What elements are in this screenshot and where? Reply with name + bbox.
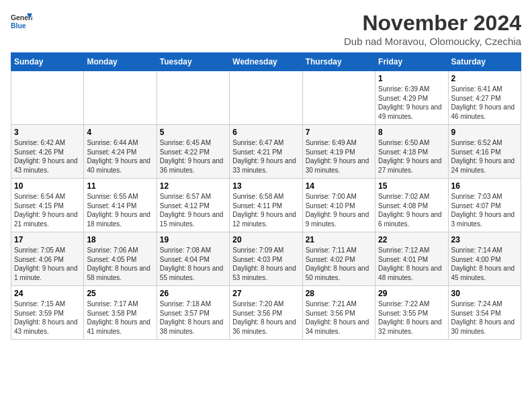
day-info: Sunrise: 6:45 AM Sunset: 4:22 PM Dayligh… bbox=[160, 138, 226, 175]
calendar-cell: 15Sunrise: 7:02 AM Sunset: 4:08 PM Dayli… bbox=[375, 179, 448, 232]
calendar-cell: 6Sunrise: 6:47 AM Sunset: 4:21 PM Daylig… bbox=[230, 125, 302, 179]
calendar-cell: 11Sunrise: 6:55 AM Sunset: 4:14 PM Dayli… bbox=[84, 179, 157, 232]
calendar-table: SundayMondayTuesdayWednesdayThursdayFrid… bbox=[11, 52, 521, 340]
calendar-week-5: 24Sunrise: 7:15 AM Sunset: 3:59 PM Dayli… bbox=[11, 286, 521, 340]
day-info: Sunrise: 7:20 AM Sunset: 3:56 PM Dayligh… bbox=[232, 300, 299, 336]
day-info: Sunrise: 7:02 AM Sunset: 4:08 PM Dayligh… bbox=[378, 192, 445, 228]
calendar-cell bbox=[230, 71, 302, 125]
calendar-cell: 20Sunrise: 7:09 AM Sunset: 4:03 PM Dayli… bbox=[230, 232, 302, 286]
day-number: 1 bbox=[378, 74, 445, 83]
calendar-week-2: 3Sunrise: 6:42 AM Sunset: 4:26 PM Daylig… bbox=[11, 125, 521, 179]
day-number: 30 bbox=[451, 289, 518, 298]
day-number: 13 bbox=[232, 181, 299, 191]
day-number: 27 bbox=[232, 289, 299, 298]
day-info: Sunrise: 6:54 AM Sunset: 4:15 PM Dayligh… bbox=[14, 192, 81, 228]
day-info: Sunrise: 7:18 AM Sunset: 3:57 PM Dayligh… bbox=[160, 300, 226, 336]
weekday-tuesday: Tuesday bbox=[157, 53, 229, 71]
calendar-cell: 4Sunrise: 6:44 AM Sunset: 4:24 PM Daylig… bbox=[84, 125, 157, 179]
day-info: Sunrise: 7:21 AM Sunset: 3:56 PM Dayligh… bbox=[306, 300, 372, 336]
day-number: 18 bbox=[87, 235, 153, 244]
day-number: 3 bbox=[14, 128, 81, 137]
day-info: Sunrise: 7:22 AM Sunset: 3:55 PM Dayligh… bbox=[378, 300, 445, 336]
calendar-cell bbox=[11, 71, 84, 125]
day-info: Sunrise: 6:55 AM Sunset: 4:14 PM Dayligh… bbox=[87, 192, 153, 228]
day-number: 9 bbox=[451, 128, 518, 137]
title-block: November 2024 Dub nad Moravou, Olomoucky… bbox=[344, 11, 521, 47]
day-info: Sunrise: 7:11 AM Sunset: 4:02 PM Dayligh… bbox=[306, 246, 372, 282]
day-info: Sunrise: 6:50 AM Sunset: 4:18 PM Dayligh… bbox=[378, 138, 445, 175]
weekday-friday: Friday bbox=[375, 53, 448, 71]
day-number: 25 bbox=[87, 289, 153, 298]
page-header: General Blue November 2024 Dub nad Morav… bbox=[11, 11, 521, 47]
day-number: 16 bbox=[451, 181, 518, 191]
day-number: 15 bbox=[378, 181, 445, 191]
calendar-cell bbox=[84, 71, 157, 125]
day-info: Sunrise: 7:03 AM Sunset: 4:07 PM Dayligh… bbox=[451, 192, 518, 228]
calendar-cell: 7Sunrise: 6:49 AM Sunset: 4:19 PM Daylig… bbox=[302, 125, 375, 179]
calendar-week-1: 1Sunrise: 6:39 AM Sunset: 4:29 PM Daylig… bbox=[11, 71, 521, 125]
day-info: Sunrise: 7:08 AM Sunset: 4:04 PM Dayligh… bbox=[160, 246, 226, 282]
weekday-sunday: Sunday bbox=[11, 53, 84, 71]
calendar-cell: 2Sunrise: 6:41 AM Sunset: 4:27 PM Daylig… bbox=[448, 71, 521, 125]
calendar-cell bbox=[302, 71, 375, 125]
day-number: 19 bbox=[160, 235, 226, 244]
day-info: Sunrise: 7:09 AM Sunset: 4:03 PM Dayligh… bbox=[232, 246, 299, 282]
calendar-cell: 25Sunrise: 7:17 AM Sunset: 3:58 PM Dayli… bbox=[84, 286, 157, 340]
day-info: Sunrise: 6:39 AM Sunset: 4:29 PM Dayligh… bbox=[378, 85, 445, 121]
day-number: 23 bbox=[451, 235, 518, 244]
day-info: Sunrise: 6:44 AM Sunset: 4:24 PM Dayligh… bbox=[87, 138, 153, 175]
logo: General Blue bbox=[11, 11, 35, 32]
day-number: 20 bbox=[232, 235, 299, 244]
day-number: 4 bbox=[87, 128, 153, 137]
day-number: 26 bbox=[160, 289, 226, 298]
calendar-cell: 12Sunrise: 6:57 AM Sunset: 4:12 PM Dayli… bbox=[157, 179, 229, 232]
calendar-week-4: 17Sunrise: 7:05 AM Sunset: 4:06 PM Dayli… bbox=[11, 232, 521, 286]
day-info: Sunrise: 6:41 AM Sunset: 4:27 PM Dayligh… bbox=[451, 85, 518, 121]
day-number: 7 bbox=[306, 128, 372, 137]
day-number: 29 bbox=[378, 289, 445, 298]
calendar-week-3: 10Sunrise: 6:54 AM Sunset: 4:15 PM Dayli… bbox=[11, 179, 521, 232]
day-number: 6 bbox=[232, 128, 299, 137]
day-info: Sunrise: 7:12 AM Sunset: 4:01 PM Dayligh… bbox=[378, 246, 445, 282]
day-number: 22 bbox=[378, 235, 445, 244]
calendar-cell: 13Sunrise: 6:58 AM Sunset: 4:11 PM Dayli… bbox=[230, 179, 302, 232]
calendar-cell: 29Sunrise: 7:22 AM Sunset: 3:55 PM Dayli… bbox=[375, 286, 448, 340]
day-info: Sunrise: 6:57 AM Sunset: 4:12 PM Dayligh… bbox=[160, 192, 226, 228]
calendar-cell: 3Sunrise: 6:42 AM Sunset: 4:26 PM Daylig… bbox=[11, 125, 84, 179]
calendar-cell: 16Sunrise: 7:03 AM Sunset: 4:07 PM Dayli… bbox=[448, 179, 521, 232]
month-title: November 2024 bbox=[344, 11, 521, 36]
day-info: Sunrise: 7:17 AM Sunset: 3:58 PM Dayligh… bbox=[87, 300, 153, 336]
calendar-cell: 28Sunrise: 7:21 AM Sunset: 3:56 PM Dayli… bbox=[302, 286, 375, 340]
weekday-saturday: Saturday bbox=[448, 53, 521, 71]
day-info: Sunrise: 6:47 AM Sunset: 4:21 PM Dayligh… bbox=[232, 138, 299, 175]
calendar-cell bbox=[157, 71, 229, 125]
day-number: 2 bbox=[451, 74, 518, 83]
day-number: 12 bbox=[160, 181, 226, 191]
day-number: 8 bbox=[378, 128, 445, 137]
calendar-cell: 24Sunrise: 7:15 AM Sunset: 3:59 PM Dayli… bbox=[11, 286, 84, 340]
day-info: Sunrise: 6:49 AM Sunset: 4:19 PM Dayligh… bbox=[306, 138, 372, 175]
day-number: 24 bbox=[14, 289, 81, 298]
weekday-thursday: Thursday bbox=[302, 53, 375, 71]
day-info: Sunrise: 6:42 AM Sunset: 4:26 PM Dayligh… bbox=[14, 138, 81, 175]
weekday-wednesday: Wednesday bbox=[230, 53, 302, 71]
calendar-body: 1Sunrise: 6:39 AM Sunset: 4:29 PM Daylig… bbox=[11, 71, 521, 340]
day-info: Sunrise: 7:14 AM Sunset: 4:00 PM Dayligh… bbox=[451, 246, 518, 282]
day-info: Sunrise: 7:05 AM Sunset: 4:06 PM Dayligh… bbox=[14, 246, 81, 282]
weekday-header-row: SundayMondayTuesdayWednesdayThursdayFrid… bbox=[11, 53, 521, 71]
calendar-cell: 9Sunrise: 6:52 AM Sunset: 4:16 PM Daylig… bbox=[448, 125, 521, 179]
day-info: Sunrise: 7:00 AM Sunset: 4:10 PM Dayligh… bbox=[306, 192, 372, 228]
calendar-cell: 10Sunrise: 6:54 AM Sunset: 4:15 PM Dayli… bbox=[11, 179, 84, 232]
calendar-cell: 21Sunrise: 7:11 AM Sunset: 4:02 PM Dayli… bbox=[302, 232, 375, 286]
day-number: 11 bbox=[87, 181, 153, 191]
weekday-monday: Monday bbox=[84, 53, 157, 71]
day-info: Sunrise: 7:06 AM Sunset: 4:05 PM Dayligh… bbox=[87, 246, 153, 282]
day-number: 14 bbox=[306, 181, 372, 191]
calendar-cell: 14Sunrise: 7:00 AM Sunset: 4:10 PM Dayli… bbox=[302, 179, 375, 232]
logo-icon: General Blue bbox=[11, 11, 32, 32]
location-title: Dub nad Moravou, Olomoucky, Czechia bbox=[344, 36, 521, 47]
day-info: Sunrise: 6:58 AM Sunset: 4:11 PM Dayligh… bbox=[232, 192, 299, 228]
calendar-cell: 26Sunrise: 7:18 AM Sunset: 3:57 PM Dayli… bbox=[157, 286, 229, 340]
day-number: 17 bbox=[14, 235, 81, 244]
day-number: 28 bbox=[306, 289, 372, 298]
